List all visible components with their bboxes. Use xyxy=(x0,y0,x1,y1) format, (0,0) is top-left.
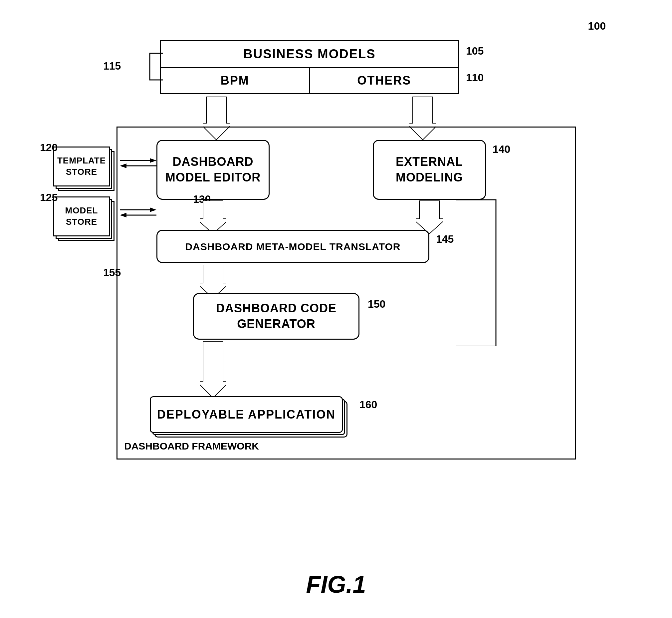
others-cell: OTHERS xyxy=(310,68,459,93)
template-store-front: TEMPLATE STORE xyxy=(53,146,110,187)
dashboard-model-editor-box: DASHBOARD MODEL EDITOR xyxy=(156,140,269,200)
dashboard-code-generator-box: DASHBOARD CODE GENERATOR xyxy=(193,293,359,340)
svg-marker-10 xyxy=(200,200,226,234)
fig-label: FIG.1 xyxy=(306,571,366,598)
ref-115: 115 xyxy=(103,60,121,72)
model-store-front: MODEL STORE xyxy=(53,196,110,236)
dashboard-framework-label: DASHBOARD FRAMEWORK xyxy=(124,440,259,452)
arrow-codegen-to-deployable xyxy=(200,341,226,398)
business-models-box: BUSINESS MODELS BPM OTHERS xyxy=(160,40,459,94)
ref-120: 120 xyxy=(40,141,58,154)
template-store-box: TEMPLATE STORE xyxy=(53,146,116,193)
ref-105: 105 xyxy=(466,45,484,57)
ref-150: 150 xyxy=(368,298,385,310)
svg-marker-13 xyxy=(200,341,226,398)
ref-100: 100 xyxy=(588,20,606,32)
svg-marker-7 xyxy=(150,207,156,212)
model-store-box: MODEL STORE xyxy=(53,196,116,243)
dashboard-translator-box: DASHBOARD META-MODEL TRANSLATOR xyxy=(156,230,429,263)
double-arrow-model xyxy=(116,206,160,219)
diagram-container: 100 BUSINESS MODELS BPM OTHERS 105 110 1… xyxy=(33,20,633,586)
bpm-cell: BPM xyxy=(161,68,310,93)
svg-marker-5 xyxy=(120,164,126,168)
business-models-title: BUSINESS MODELS xyxy=(161,41,458,68)
business-models-wrapper: BUSINESS MODELS BPM OTHERS xyxy=(160,40,459,94)
ref-160: 160 xyxy=(359,399,377,411)
ref-155: 155 xyxy=(103,267,121,279)
bracket-115 xyxy=(123,50,166,83)
ref-110: 110 xyxy=(466,72,484,84)
ref-125: 125 xyxy=(40,192,58,204)
external-to-framework-line xyxy=(429,140,509,346)
arrow-editor-to-translator xyxy=(200,200,226,234)
svg-marker-3 xyxy=(150,158,156,163)
deployable-front: DEPLOYABLE APPLICATION xyxy=(150,396,343,433)
double-arrow-template xyxy=(116,157,160,170)
svg-marker-9 xyxy=(120,213,126,217)
